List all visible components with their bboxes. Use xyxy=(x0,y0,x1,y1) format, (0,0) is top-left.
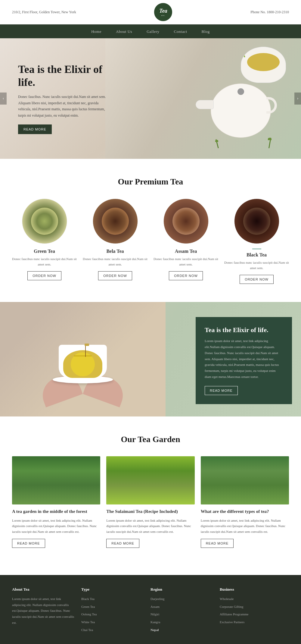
footer-about-col: About Tea Lorem ipsum dolor sit amet, te… xyxy=(12,587,81,635)
mid-banner-section: Tea is the Elixir of life. Lorem ipsum d… xyxy=(0,302,301,416)
tea-order-assam[interactable]: ORDER NOW xyxy=(169,271,203,280)
footer-business-col: Business Wholesale Corporate Gifting Aff… xyxy=(220,587,289,635)
garden-card-1: A tea garden in the middle of the forest… xyxy=(12,456,100,548)
garden-title-2: The Sulaimani Tea (Recipe Included) xyxy=(106,509,194,515)
tea-image-black xyxy=(234,199,279,244)
garden-card-2: The Sulaimani Tea (Recipe Included) Lore… xyxy=(106,456,194,548)
tea-card-bela: Bela Tea Donec faucibus nunc iaculis sus… xyxy=(83,199,147,284)
garden-readmore-1[interactable]: READ MORE xyxy=(12,539,45,548)
mid-banner-image xyxy=(0,302,166,416)
garden-desc-2: Lorem ipsum dolor sit amet, test link ad… xyxy=(106,518,194,535)
garden-readmore-3[interactable]: READ MORE xyxy=(201,539,234,548)
nav-gallery[interactable]: Gallery xyxy=(147,29,159,34)
tea-desc-assam: Donec faucibus nunc iaculis suscipit dui… xyxy=(154,256,218,267)
footer-business-title: Business xyxy=(220,587,283,592)
hero-body: Donec faucibus. Nunc iaculis suscipit du… xyxy=(18,94,108,118)
garden-card-3: What are the different types of tea? Lor… xyxy=(201,456,289,548)
logo[interactable]: Tea est. xyxy=(154,3,172,21)
footer-grid: About Tea Lorem ipsum dolor sit amet, te… xyxy=(12,587,289,635)
tea-image-green xyxy=(22,199,67,244)
footer-about-text: Lorem ipsum dolor sit amet, test link ad… xyxy=(12,596,75,626)
tea-garden-title: Our Tea Garden xyxy=(12,435,289,444)
footer-type-white[interactable]: White Tea xyxy=(81,619,144,625)
main-nav: Home About Us Gallery Contact Blog xyxy=(0,24,301,38)
footer-region-title: Region xyxy=(150,587,214,592)
premium-tea-section: Our Premium Tea Green Tea Donec faucibus… xyxy=(0,159,301,302)
nav-contact[interactable]: Contact xyxy=(174,29,187,34)
mid-content-box: Tea is the Elixir of life. Lorem ipsum d… xyxy=(196,317,292,404)
tea-card-assam: Assam Tea Donec faucibus nunc iaculis su… xyxy=(154,199,218,284)
tea-grid: Green Tea Donec faucibus nunc iaculis su… xyxy=(12,199,289,284)
nav-home[interactable]: Home xyxy=(91,29,101,34)
nav-about[interactable]: About Us xyxy=(116,29,132,34)
tea-desc-bela: Donec faucibus nunc iaculis suscipit dui… xyxy=(83,256,147,267)
garden-image-3 xyxy=(201,456,289,504)
tea-name-black: Black Tea xyxy=(224,252,289,258)
tea-image-bela xyxy=(93,199,138,244)
tea-order-black[interactable]: ORDER NOW xyxy=(240,275,274,284)
footer: About Tea Lorem ipsum dolor sit amet, te… xyxy=(0,575,301,644)
footer-region-darjeeling[interactable]: Darjeeling xyxy=(150,596,214,602)
nav-blog[interactable]: Blog xyxy=(202,29,210,34)
footer-region-nilgiri[interactable]: Nilgiri xyxy=(150,611,214,617)
footer-type-title: Type xyxy=(81,587,144,592)
garden-title-1: A tea garden in the middle of the forest xyxy=(12,509,100,515)
hero-title: Tea is the Elixir of life. xyxy=(18,63,108,89)
phone: Phone No. 1800-210-2310 xyxy=(250,10,289,14)
tea-desc-black: Donec faucibus nunc iaculis suscipit dui… xyxy=(224,260,289,271)
garden-grid: A tea garden in the middle of the forest… xyxy=(12,456,289,548)
tea-card-green: Green Tea Donec faucibus nunc iaculis su… xyxy=(12,199,77,284)
teal-accent-line xyxy=(252,249,261,249)
footer-type-col: Type Black Tea Green Tea Oolong Tea Whit… xyxy=(81,587,150,635)
tea-desc-green: Donec faucibus nunc iaculis suscipit dui… xyxy=(12,256,77,267)
garden-image-1 xyxy=(12,456,100,504)
footer-business-affiliates[interactable]: Affiliates Programme xyxy=(220,611,283,617)
footer-region-assam[interactable]: Assam xyxy=(150,604,214,610)
top-bar: 210/2, First Floor, Golden Tower, New Yo… xyxy=(0,0,301,24)
footer-region-kangra[interactable]: Kangra xyxy=(150,619,214,625)
tea-order-green[interactable]: ORDER NOW xyxy=(27,271,61,280)
tea-name-bela: Bela Tea xyxy=(83,249,147,254)
tea-card-black: Black Tea Donec faucibus nunc iaculis su… xyxy=(224,199,289,284)
footer-business-gifting[interactable]: Corporate Gifting xyxy=(220,604,283,610)
logo-sub: est. xyxy=(161,14,166,17)
hero-next-button[interactable]: › xyxy=(294,93,301,105)
mid-body: Lorem ipsum dolor sit amet, test link ad… xyxy=(205,338,283,380)
mid-title: Tea is the Elixir of life. xyxy=(205,326,283,334)
garden-readmore-2[interactable]: READ MORE xyxy=(106,539,139,548)
tea-name-green: Green Tea xyxy=(12,249,77,254)
address: 210/2, First Floor, Golden Tower, New Yo… xyxy=(12,10,76,14)
footer-about-title: About Tea xyxy=(12,587,75,592)
footer-type-black[interactable]: Black Tea xyxy=(81,596,144,602)
garden-title-3: What are the different types of tea? xyxy=(201,509,289,515)
mid-cta-button[interactable]: READ MORE xyxy=(205,386,238,395)
footer-type-green[interactable]: Green Tea xyxy=(81,604,144,610)
garden-desc-3: Lorem ipsum dolor sit amet, test link ad… xyxy=(201,518,289,535)
hero-tea-image xyxy=(193,44,289,156)
hero-content: Tea is the Elixir of life. Donec faucibu… xyxy=(0,63,126,134)
premium-tea-title: Our Premium Tea xyxy=(12,177,289,187)
footer-type-chai[interactable]: Chai Tea xyxy=(81,627,144,633)
garden-desc-1: Lorem ipsum dolor sit amet, test link ad… xyxy=(12,518,100,535)
footer-type-oolong[interactable]: Oolong Tea xyxy=(81,611,144,617)
logo-text: Tea xyxy=(159,8,167,14)
tea-name-assam: Assam Tea xyxy=(154,249,218,254)
garden-image-2 xyxy=(106,456,194,504)
footer-region-nepal[interactable]: Nepal xyxy=(150,627,214,633)
hero-section: ‹ › Tea is the Elixir of life. Donec fau… xyxy=(0,38,301,159)
tea-order-bela[interactable]: ORDER NOW xyxy=(98,271,132,280)
footer-business-partners[interactable]: Exclusive Partners xyxy=(220,619,283,625)
footer-business-wholesale[interactable]: Wholesale xyxy=(220,596,283,602)
tea-image-assam xyxy=(163,199,209,244)
footer-region-col: Region Darjeeling Assam Nilgiri Kangra N… xyxy=(150,587,220,635)
tea-garden-section: Our Tea Garden A tea garden in the middl… xyxy=(0,416,301,575)
hero-cta-button[interactable]: READ MORE xyxy=(18,124,52,134)
